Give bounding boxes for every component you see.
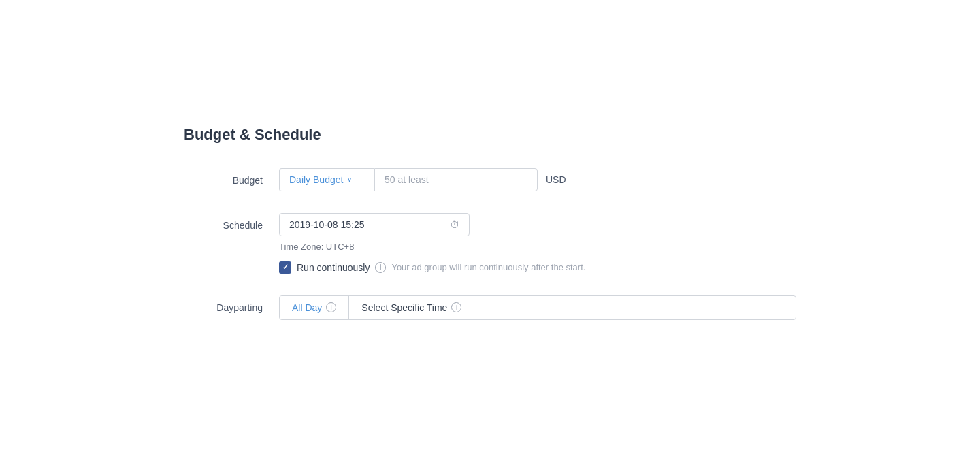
run-continuously-checkbox[interactable]: ✓ (279, 261, 291, 274)
dayparting-option-specific-time[interactable]: Select Specific Time i (348, 296, 474, 319)
schedule-row: Schedule 2019-10-08 15:25 ⏱ Time Zone: U… (184, 213, 796, 274)
budget-controls: Daily Budget ∨ USD (279, 168, 796, 191)
all-day-info-icon[interactable]: i (326, 302, 336, 312)
chevron-down-icon: ∨ (347, 176, 352, 183)
budget-content: Daily Budget ∨ USD (279, 168, 796, 191)
dayparting-content: All Day i Select Specific Time i (279, 295, 796, 320)
schedule-datetime-picker[interactable]: 2019-10-08 15:25 ⏱ (279, 213, 470, 236)
dayparting-label: Dayparting (184, 295, 279, 313)
budget-dropdown-label: Daily Budget (289, 174, 343, 185)
budget-currency-label: USD (546, 174, 566, 185)
specific-time-info-icon[interactable]: i (451, 302, 461, 312)
budget-label: Budget (184, 168, 279, 186)
run-continuously-hint: Your ad group will run continuously afte… (391, 262, 585, 272)
timezone-label: Time Zone: UTC+8 (279, 242, 796, 252)
dayparting-controls: All Day i Select Specific Time i (279, 295, 796, 320)
dayparting-specific-time-label: Select Specific Time (361, 302, 447, 313)
budget-type-dropdown[interactable]: Daily Budget ∨ (279, 168, 374, 191)
run-continuously-row: ✓ Run continuously i Your ad group will … (279, 261, 796, 274)
schedule-content: 2019-10-08 15:25 ⏱ Time Zone: UTC+8 ✓ Ru… (279, 213, 796, 274)
run-continuously-info-icon[interactable]: i (375, 262, 386, 273)
section-title: Budget & Schedule (184, 126, 796, 144)
budget-schedule-section: Budget & Schedule Budget Daily Budget ∨ … (184, 99, 796, 369)
dayparting-all-day-label: All Day (292, 302, 322, 313)
clock-icon: ⏱ (450, 219, 459, 230)
checkbox-check-icon: ✓ (282, 263, 289, 271)
budget-amount-input[interactable] (374, 168, 538, 191)
dayparting-option-all-day[interactable]: All Day i (280, 296, 348, 319)
dayparting-row: Dayparting All Day i Select Specific Tim… (184, 295, 796, 320)
run-continuously-label: Run continuously (297, 262, 370, 273)
schedule-datetime-value: 2019-10-08 15:25 (289, 219, 444, 230)
schedule-label: Schedule (184, 213, 279, 231)
budget-row: Budget Daily Budget ∨ USD (184, 168, 796, 191)
